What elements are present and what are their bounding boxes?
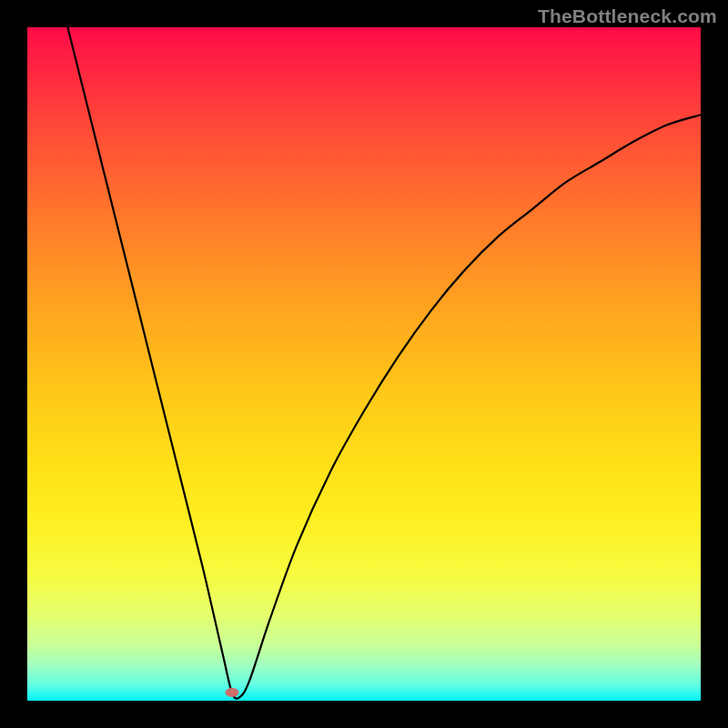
bottleneck-curve <box>67 27 701 699</box>
watermark-text: TheBottleneck.com <box>538 5 717 27</box>
plot-area <box>27 27 701 701</box>
curve-svg <box>27 27 701 701</box>
chart-container: TheBottleneck.com <box>0 0 728 728</box>
optimal-marker <box>225 688 238 697</box>
